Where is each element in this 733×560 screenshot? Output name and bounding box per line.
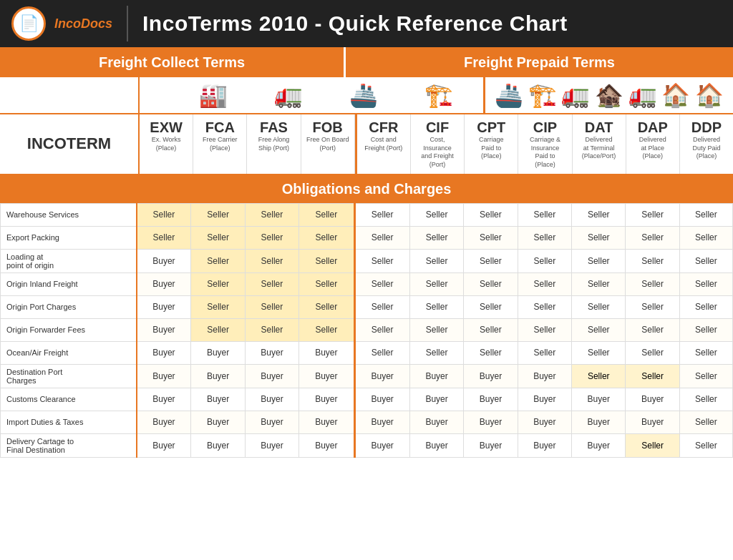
table-cell: Seller	[137, 226, 191, 249]
table-cell: Buyer	[191, 364, 245, 388]
table-cell: Buyer	[626, 388, 679, 411]
table-cell: Buyer	[572, 433, 626, 457]
table-cell: Seller	[245, 203, 298, 226]
table-cell: Buyer	[354, 411, 409, 433]
table-cell: Seller	[679, 295, 732, 318]
table-cell: Seller	[409, 318, 463, 341]
table-cell: Buyer	[137, 364, 191, 388]
row-label: Delivery Cartage to Final Destination	[1, 433, 137, 457]
table-cell: Buyer	[409, 388, 463, 411]
row-label: Origin Port Charges	[1, 295, 137, 318]
table-cell: Buyer	[626, 411, 679, 433]
table-cell: Seller	[679, 433, 732, 457]
table-cell: Buyer	[191, 341, 245, 364]
table-row: Ocean/Air FreightBuyerBuyerBuyerBuyerSel…	[1, 341, 733, 364]
table-row: Export PackingSellerSellerSellerSellerSe…	[1, 226, 733, 249]
obligations-table: Warehouse ServicesSellerSellerSellerSell…	[0, 203, 733, 458]
ship2-icon: 🚢	[495, 82, 523, 109]
table-cell: Seller	[518, 203, 571, 226]
table-row: Loading at point of originBuyerSellerSel…	[1, 249, 733, 272]
incoterm-col-cfr: CFRCost and Freight (Port)	[355, 114, 411, 174]
table-cell: Buyer	[137, 272, 191, 295]
table-cell: Buyer	[299, 364, 354, 388]
table-cell: Seller	[518, 295, 571, 318]
table-cell: Buyer	[409, 411, 463, 433]
obligations-header: Obligations and Charges	[0, 175, 733, 203]
table-cell: Seller	[626, 364, 679, 388]
table-cell: Seller	[191, 318, 245, 341]
table-cell: Buyer	[299, 341, 354, 364]
table-cell: Seller	[464, 249, 518, 272]
brand-name: IncoDocs	[54, 16, 112, 31]
table-cell: Buyer	[245, 341, 298, 364]
table-cell: Buyer	[245, 388, 298, 411]
incoterm-col-dat: DATDelivered at Terminal (Place/Port)	[573, 114, 626, 174]
incoterm-col-cpt: CPTCarriage Paid to (Place)	[465, 114, 518, 174]
table-cell: Buyer	[464, 433, 518, 457]
table-cell: Buyer	[464, 364, 518, 388]
freight-collect-label: Freight Collect Terms	[99, 54, 245, 71]
table-cell: Buyer	[518, 433, 571, 457]
incoterm-col-fob: FOBFree On Board (Port)	[301, 114, 355, 174]
row-label: Warehouse Services	[1, 203, 137, 226]
row-label: Origin Forwarder Fees	[1, 318, 137, 341]
table-cell: Seller	[299, 203, 354, 226]
incoterm-cols: EXWEx. Works (Place)FCAFree Carrier (Pla…	[140, 114, 733, 174]
table-cell: Seller	[626, 249, 679, 272]
table-cell: Seller	[245, 226, 298, 249]
row-label: Ocean/Air Freight	[1, 341, 137, 364]
table-cell: Buyer	[409, 364, 463, 388]
table-cell: Seller	[409, 272, 463, 295]
table-cell: Buyer	[137, 318, 191, 341]
incoterm-col-fca: FCAFree Carrier (Place)	[193, 114, 247, 174]
table-cell: Buyer	[137, 411, 191, 433]
table-cell: Buyer	[464, 411, 518, 433]
table-cell: Seller	[572, 318, 626, 341]
table-cell: Seller	[299, 249, 354, 272]
incoterm-label: INCOTERM	[27, 134, 111, 153]
incoterm-row: INCOTERM EXWEx. Works (Place)FCAFree Car…	[0, 114, 733, 175]
table-cell: Buyer	[299, 388, 354, 411]
table-cell: Buyer	[245, 433, 298, 457]
table-cell: Seller	[464, 341, 518, 364]
warehouse2-icon: 🏠	[695, 82, 724, 109]
table-row: Delivery Cartage to Final DestinationBuy…	[1, 433, 733, 457]
table-cell: Buyer	[572, 411, 626, 433]
table-cell: Seller	[354, 249, 409, 272]
table-cell: Buyer	[137, 249, 191, 272]
table-cell: Seller	[626, 433, 679, 457]
table-row: Origin Forwarder FeesBuyerSellerSellerSe…	[1, 318, 733, 341]
table-cell: Seller	[679, 272, 732, 295]
table-cell: Seller	[626, 203, 679, 226]
table-cell: Seller	[518, 341, 571, 364]
ship-icon: 🚢	[349, 82, 378, 109]
table-cell: Buyer	[191, 411, 245, 433]
table-cell: Seller	[354, 272, 409, 295]
table-cell: Seller	[518, 272, 571, 295]
row-label: Export Packing	[1, 226, 137, 249]
table-cell: Seller	[354, 226, 409, 249]
table-cell: Seller	[299, 226, 354, 249]
table-cell: Seller	[191, 272, 245, 295]
table-cell: Buyer	[354, 433, 409, 457]
table-row: Customs ClearanceBuyerBuyerBuyerBuyerBuy…	[1, 388, 733, 411]
truck-icon: 🚛	[274, 82, 303, 109]
table-cell: Seller	[679, 411, 732, 433]
main-container: 📄 IncoDocs IncoTerms 2010 - Quick Refere…	[0, 0, 733, 560]
truck3-icon: 🚛	[628, 82, 657, 109]
table-cell: Seller	[572, 203, 626, 226]
table-cell: Buyer	[572, 388, 626, 411]
table-cell: Buyer	[354, 388, 409, 411]
table-cell: Buyer	[137, 341, 191, 364]
table-cell: Seller	[409, 341, 463, 364]
table-cell: Seller	[245, 272, 298, 295]
table-cell: Buyer	[137, 388, 191, 411]
header-divider	[127, 6, 128, 41]
table-cell: Buyer	[137, 433, 191, 457]
table-cell: Buyer	[518, 411, 571, 433]
table-row: Destination Port ChargesBuyerBuyerBuyerB…	[1, 364, 733, 388]
table-container: Warehouse ServicesSellerSellerSellerSell…	[0, 203, 733, 560]
truck2-icon: 🚛	[561, 82, 590, 109]
incoterm-label-cell: INCOTERM	[0, 114, 140, 174]
freight-prepaid-header: Freight Prepaid Terms	[344, 47, 733, 77]
